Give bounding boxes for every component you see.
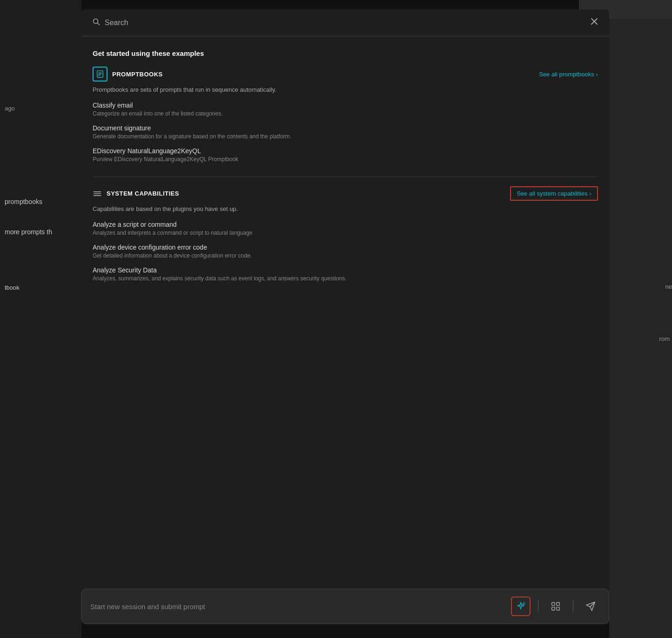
syscap-security-desc: Analyzes, summarizes, and explains secur… (93, 275, 598, 282)
left-sidebar: ago promptbooks more prompts th tbook (0, 0, 81, 638)
search-bar (93, 18, 598, 27)
promptbook-classify-title: Classify email (93, 102, 598, 109)
sparkle-button[interactable] (511, 597, 531, 616)
sidebar-promptbook-label: tbook (5, 284, 20, 291)
promptbook-item-classify[interactable]: Classify email Categorize an email into … (93, 102, 598, 117)
sidebar-promptbooks-text: promptbooks (5, 198, 42, 205)
syscap-security-title: Analyze Security Data (93, 266, 598, 274)
search-icon (93, 18, 100, 27)
syscap-item-script[interactable]: Analyze a script or command Analyzes and… (93, 221, 598, 236)
syscap-item-device[interactable]: Analyze device configuration error code … (93, 244, 598, 259)
sidebar-more-prompts-text: more prompts th (5, 228, 52, 236)
syscap-script-desc: Analyzes and interprets a command or scr… (93, 230, 598, 236)
system-cap-left: SYSTEM CAPABILITIES (93, 189, 179, 198)
see-all-promptbooks-chevron: › (596, 71, 598, 78)
see-all-system-text: See all system capabilities (517, 190, 587, 197)
see-all-system-capabilities-link[interactable]: See all system capabilities › (510, 186, 598, 201)
system-cap-label: SYSTEM CAPABILITIES (107, 190, 179, 197)
svg-rect-11 (552, 603, 555, 605)
right-edge-from: rom (659, 335, 672, 342)
syscap-script-title: Analyze a script or command (93, 221, 598, 228)
promptbook-classify-desc: Categorize an email into one of the list… (93, 110, 598, 117)
svg-rect-12 (557, 603, 559, 605)
system-cap-description: Capabilities are based on the plugins yo… (93, 205, 598, 212)
promptbook-docsig-desc: Generate documentation for a signature b… (93, 133, 598, 140)
syscap-item-security[interactable]: Analyze Security Data Analyzes, summariz… (93, 266, 598, 282)
svg-rect-13 (552, 607, 555, 610)
svg-rect-14 (557, 607, 559, 610)
promptbook-ediscovery-desc: Purview EDiscovery NaturalLanguage2KeyQL… (93, 156, 598, 163)
section-divider (93, 176, 598, 177)
input-btn-divider-2 (573, 600, 573, 613)
search-input[interactable] (105, 19, 586, 27)
promptbook-item-docsig[interactable]: Document signature Generate documentatio… (93, 124, 598, 140)
promptbook-docsig-title: Document signature (93, 124, 598, 132)
system-cap-header: SYSTEM CAPABILITIES See all system capab… (93, 186, 598, 201)
system-capabilities-section: SYSTEM CAPABILITIES See all system capab… (93, 186, 598, 282)
grid-button[interactable] (546, 597, 565, 616)
sidebar-ago-text: ago (5, 105, 15, 112)
promptbooks-description: Promptbooks are sets of prompts that run… (93, 86, 598, 93)
right-edge-ne: ne (665, 283, 672, 290)
promptbook-item-ediscovery[interactable]: EDiscovery NaturalLanguage2KeyQL Purview… (93, 147, 598, 163)
system-cap-icon (93, 189, 102, 198)
search-bar-wrapper (81, 9, 609, 36)
prompt-input[interactable] (90, 603, 505, 611)
promptbooks-header: PROMPTBOOKS See all promptbooks › (93, 67, 598, 81)
bottom-input-bar (81, 589, 609, 624)
send-icon (585, 601, 596, 611)
promptbooks-section: PROMPTBOOKS See all promptbooks › Prompt… (93, 67, 598, 163)
close-icon[interactable] (591, 18, 598, 27)
syscap-device-title: Analyze device configuration error code (93, 244, 598, 251)
promptbooks-label: PROMPTBOOKS (112, 71, 163, 78)
grid-icon (551, 601, 561, 611)
syscap-device-desc: Get detailed information about a device … (93, 252, 598, 259)
send-button[interactable] (581, 597, 600, 616)
see-all-promptbooks-text: See all promptbooks (539, 71, 594, 78)
see-all-system-chevron: › (590, 190, 591, 197)
see-all-promptbooks-link[interactable]: See all promptbooks › (539, 71, 598, 78)
get-started-heading: Get started using these examples (93, 49, 598, 57)
content-area: Get started using these examples PROMPTB… (81, 36, 609, 581)
promptbook-ediscovery-title: EDiscovery NaturalLanguage2KeyQL (93, 147, 598, 155)
input-btn-divider (538, 600, 538, 613)
promptbooks-icon (93, 67, 108, 81)
promptbooks-left: PROMPTBOOKS (93, 67, 163, 81)
main-panel: Get started using these examples PROMPTB… (81, 9, 609, 624)
sparkle-icon (516, 601, 526, 611)
right-partial-panel: rom ne (609, 0, 672, 638)
svg-line-1 (98, 23, 100, 25)
